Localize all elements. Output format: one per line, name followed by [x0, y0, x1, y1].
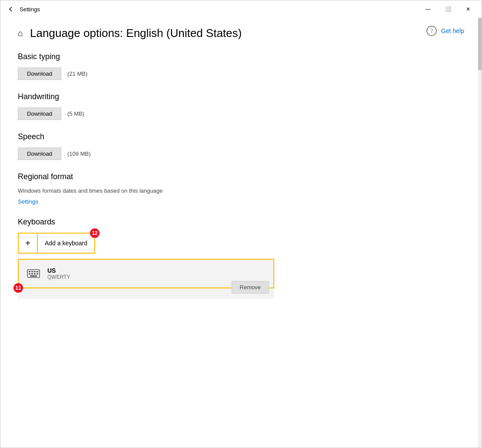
get-help-link[interactable]: Get help: [441, 27, 464, 34]
scrollbar[interactable]: [478, 18, 482, 448]
keyboard-item-badge: 11: [13, 283, 23, 293]
speech-download-button[interactable]: Download: [18, 147, 61, 160]
svg-rect-10: [37, 273, 38, 274]
speech-row: Download (109 MB): [18, 147, 464, 160]
content-area: ? Get help ⌂ Language options: English (…: [0, 18, 482, 448]
close-button[interactable]: ✕: [458, 0, 478, 18]
speech-section: Speech Download (109 MB): [18, 132, 464, 160]
window-title: Settings: [20, 6, 40, 13]
main-wrapper: ? Get help ⌂ Language options: English (…: [0, 18, 482, 448]
basic-typing-title: Basic typing: [18, 52, 464, 61]
maximize-button[interactable]: ⬜: [438, 0, 458, 18]
add-keyboard-wrapper: 12 + Add a keyboard: [18, 233, 95, 254]
handwriting-section: Handwriting Download (5 MB): [18, 92, 464, 120]
regional-format-desc: Windows formats dates and times based on…: [18, 187, 464, 194]
window-controls: — ⬜ ✕: [418, 0, 478, 18]
speech-size: (109 MB): [67, 150, 90, 157]
back-button[interactable]: [4, 2, 18, 16]
svg-rect-4: [31, 271, 33, 272]
keyboards-title: Keyboards: [18, 217, 464, 227]
regional-settings-link[interactable]: Settings: [18, 198, 38, 205]
svg-rect-7: [29, 273, 30, 274]
basic-typing-section: Basic typing Download (21 MB): [18, 52, 464, 80]
svg-rect-6: [37, 271, 38, 272]
basic-typing-size: (21 MB): [67, 70, 87, 77]
keyboard-item-text: US QWERTY: [47, 267, 70, 280]
keyboard-item-name: US: [47, 267, 70, 274]
handwriting-size: (5 MB): [67, 110, 84, 117]
regional-format-title: Regional format: [18, 172, 464, 181]
help-icon: ?: [425, 25, 438, 37]
remove-button[interactable]: Remove: [232, 281, 269, 294]
handwriting-title: Handwriting: [18, 92, 464, 101]
page-title: Language options: English (United States…: [30, 27, 242, 40]
svg-rect-3: [29, 271, 30, 272]
handwriting-row: Download (5 MB): [18, 107, 464, 120]
settings-window: Settings — ⬜ ✕ ? Get help: [0, 0, 482, 448]
minimize-button[interactable]: —: [418, 0, 438, 18]
svg-rect-8: [31, 273, 33, 274]
remove-row: Remove: [18, 288, 274, 299]
svg-rect-9: [34, 273, 36, 274]
basic-typing-row: Download (21 MB): [18, 67, 464, 80]
handwriting-download-button[interactable]: Download: [18, 107, 61, 120]
regional-format-section: Regional format Windows formats dates an…: [18, 172, 464, 205]
title-bar: Settings — ⬜ ✕: [0, 0, 482, 18]
home-icon: ⌂: [18, 28, 23, 38]
svg-rect-11: [30, 275, 37, 277]
keyboards-section: Keyboards 12 + Add a keyboard: [18, 217, 464, 299]
keyboard-list: US QWERTY 11 Remove: [18, 259, 274, 299]
keyboard-item-sub: QWERTY: [47, 274, 70, 280]
add-keyboard-button[interactable]: + Add a keyboard: [18, 233, 95, 254]
main-content: ? Get help ⌂ Language options: English (…: [0, 18, 482, 308]
scrollbar-thumb[interactable]: [478, 18, 482, 70]
page-heading: ⌂ Language options: English (United Stat…: [18, 27, 464, 40]
add-keyboard-badge: 12: [90, 228, 100, 238]
help-area[interactable]: ? Get help: [425, 25, 464, 37]
basic-typing-download-button[interactable]: Download: [18, 67, 61, 80]
svg-text:?: ?: [430, 28, 433, 34]
svg-rect-5: [34, 271, 36, 272]
keyboard-icon: [26, 266, 41, 281]
add-keyboard-label: Add a keyboard: [38, 240, 94, 247]
speech-title: Speech: [18, 132, 464, 141]
add-keyboard-plus-icon: +: [19, 234, 38, 253]
